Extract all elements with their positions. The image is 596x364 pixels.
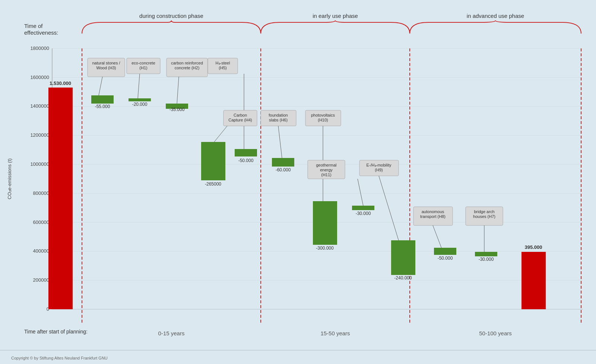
svg-text:-240.000: -240.000	[394, 275, 412, 281]
svg-text:395.000: 395.000	[525, 244, 542, 250]
svg-text:(H1): (H1)	[139, 66, 147, 70]
bar-H4	[201, 142, 225, 180]
svg-text:natural stones /: natural stones /	[92, 61, 120, 65]
svg-text:15-50 years: 15-50 years	[320, 330, 350, 336]
svg-text:foundation: foundation	[269, 113, 288, 117]
svg-text:Copyright © by Stiftung Altes : Copyright © by Stiftung Altes Neuland Fr…	[11, 356, 108, 360]
bar-final	[522, 252, 546, 309]
svg-text:-35.000: -35.000	[169, 107, 185, 112]
svg-text:0-15 years: 0-15 years	[158, 330, 185, 336]
svg-text:Time of: Time of	[24, 23, 43, 29]
svg-text:-30.000: -30.000	[356, 211, 371, 216]
svg-text:eco-concrete: eco-concrete	[131, 61, 155, 65]
svg-text:E-/H₂-mobility: E-/H₂-mobility	[367, 163, 391, 167]
svg-text:energy: energy	[320, 168, 333, 172]
svg-text:-55.000: -55.000	[95, 104, 110, 109]
svg-text:1400000: 1400000	[30, 103, 49, 109]
svg-text:600000: 600000	[33, 219, 49, 225]
bar-H6	[272, 158, 294, 167]
svg-text:autonomous: autonomous	[422, 209, 444, 214]
svg-text:200000: 200000	[33, 277, 49, 283]
bar-H9	[391, 240, 415, 275]
svg-text:concrete (H2): concrete (H2)	[175, 66, 200, 70]
svg-text:-20.000: -20.000	[132, 102, 148, 107]
svg-text:(H5): (H5)	[219, 66, 226, 70]
svg-text:1600000: 1600000	[30, 75, 49, 80]
svg-text:400000: 400000	[33, 248, 49, 254]
bar-H1	[129, 98, 151, 101]
svg-text:(H9): (H9)	[375, 168, 383, 172]
svg-text:photovoltaics: photovoltaics	[311, 113, 335, 117]
svg-text:during construction phase: during construction phase	[139, 13, 203, 19]
svg-text:transport (H8): transport (H8)	[420, 214, 446, 219]
svg-text:-50.000: -50.000	[438, 256, 453, 261]
svg-text:carbon reinforced: carbon reinforced	[171, 61, 203, 65]
svg-text:1200000: 1200000	[30, 132, 49, 138]
svg-text:houses (H7): houses (H7)	[473, 214, 495, 219]
svg-text:-300.000: -300.000	[316, 246, 334, 251]
svg-text:1800000: 1800000	[30, 45, 49, 51]
svg-text:Time after start of planning:: Time after start of planning:	[24, 329, 88, 335]
chart-container: 0 200000 400000 600000 800000 1000000 12…	[0, 0, 596, 364]
bar-H3	[91, 95, 114, 104]
bar-H7	[475, 252, 497, 256]
svg-text:effectiveness:: effectiveness:	[24, 29, 58, 36]
svg-text:Carbon: Carbon	[234, 113, 247, 117]
svg-text:(H11): (H11)	[321, 172, 332, 177]
svg-text:bridge arch: bridge arch	[474, 209, 494, 214]
bar-H8	[434, 248, 456, 255]
bar-H5	[235, 149, 257, 156]
svg-text:50-100 years: 50-100 years	[479, 330, 512, 336]
svg-text:H₂-steel: H₂-steel	[216, 61, 230, 65]
svg-text:Capture (H4): Capture (H4)	[228, 118, 252, 122]
svg-text:-30.000: -30.000	[479, 257, 494, 262]
svg-text:1.530.000: 1.530.000	[50, 80, 71, 86]
svg-text:-60.000: -60.000	[276, 167, 291, 172]
svg-text:(H10): (H10)	[318, 118, 328, 122]
svg-text:geothermal: geothermal	[316, 163, 336, 167]
svg-text:1000000: 1000000	[30, 161, 49, 167]
bar-initial	[48, 88, 73, 309]
bar-H11	[352, 206, 374, 210]
svg-text:800000: 800000	[33, 190, 49, 196]
svg-text:-50.000: -50.000	[238, 158, 254, 163]
svg-text:CO₂e-emissions (t): CO₂e-emissions (t)	[7, 158, 12, 199]
svg-text:in early use phase: in early use phase	[313, 13, 358, 19]
svg-text:Wood (H3): Wood (H3)	[96, 66, 116, 70]
bar-H10	[313, 201, 337, 245]
svg-text:slabs (H6): slabs (H6)	[269, 118, 288, 122]
svg-text:in advanced use phase: in advanced use phase	[467, 13, 524, 19]
svg-text:-265000: -265000	[205, 181, 221, 187]
